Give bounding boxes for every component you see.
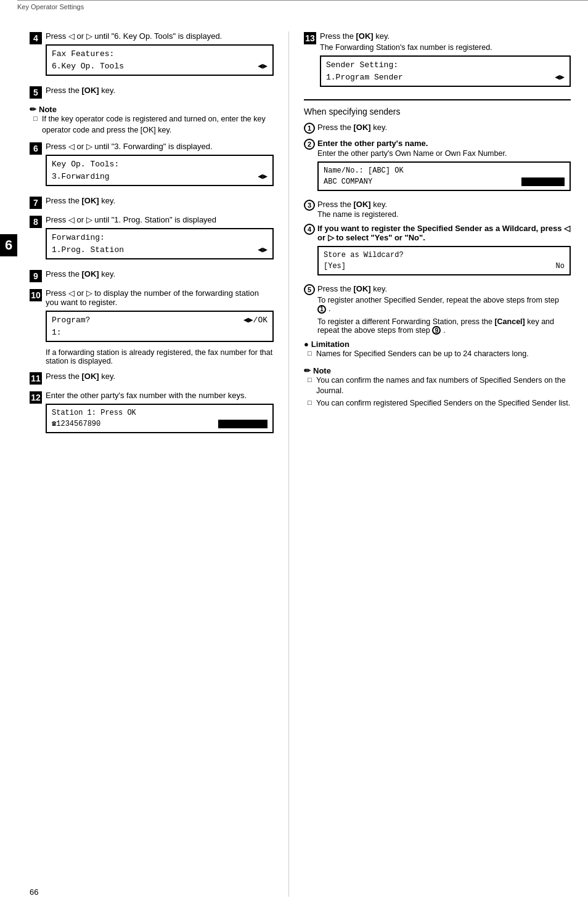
step-12-lcd: Station 1: Press OK ☎1234567890 xyxy=(46,404,274,433)
sub-step-5-content: Press the [OK] key. To register another … xyxy=(317,284,571,335)
step-5-content: Press the [OK] key. xyxy=(46,86,274,95)
step-12: 12 Enter the other party's fax number wi… xyxy=(30,391,274,437)
sub-step-2-content: Enter the other party's name. Enter the … xyxy=(317,139,571,195)
note-5: ✏ Note If the key operator code is regis… xyxy=(30,105,274,136)
note-5-list: If the key operator code is registered a… xyxy=(33,114,274,136)
sub-step-4-content: If you want to register the Specified Se… xyxy=(317,224,571,279)
step-8-lcd-line1: Forwarding: xyxy=(52,232,267,244)
left-column: 4 Press ◁ or ▷ until "6. Key Op. Tools" … xyxy=(30,31,288,897)
note-right-icon: ✏ xyxy=(304,366,311,375)
step-7: 7 Press the [OK] key. xyxy=(30,196,274,209)
sub-step-2-lcd: Name/No.: [ABC] OK ABC COMPANY xyxy=(317,161,571,191)
step-11-num: 11 xyxy=(30,372,42,385)
sub-step-2: 2 Enter the other party's name. Enter th… xyxy=(304,139,571,195)
sub-step-5-desc2: To register a different Forwarding Stati… xyxy=(317,317,571,335)
step-13-lcd: Sender Setting: 1.Program Sender ◀▶ xyxy=(320,55,571,87)
step-13-lcd-line1: Sender Setting: xyxy=(326,59,565,71)
sub-step-4-text: If you want to register the Specified Se… xyxy=(317,224,570,242)
step-6: 6 Press ◁ or ▷ until "3. Forwarding" is … xyxy=(30,142,274,190)
sub-step-2-desc: Enter the other party's Own Name or Own … xyxy=(317,149,571,158)
step-10-content: Press ◁ or ▷ to display the number of th… xyxy=(46,288,274,365)
sub-step-4-lcd: Store as Wildcard? [Yes] No xyxy=(317,246,571,275)
page-number: 66 xyxy=(30,887,38,897)
sub-step-4-lcd-line2: [Yes] No xyxy=(324,261,565,272)
main-content: 4 Press ◁ or ▷ until "6. Key Op. Tools" … xyxy=(17,19,588,909)
sub-step-5: 5 Press the [OK] key. To register anothe… xyxy=(304,284,571,335)
sub-step-1-content: Press the [OK] key. xyxy=(317,123,571,132)
limitation-title: ● Limitation xyxy=(304,340,571,349)
step-8-content: Press ◁ or ▷ until "1. Prog. Station" is… xyxy=(46,215,274,263)
sub-step-1: 1 Press the [OK] key. xyxy=(304,123,571,134)
sub-step-4-lcd-line1: Store as Wildcard? xyxy=(324,250,565,261)
step-10-text: Press ◁ or ▷ to display the number of th… xyxy=(46,288,259,307)
step-4-content: Press ◁ or ▷ until "6. Key Op. Tools" is… xyxy=(46,31,274,79)
limitation-list: Names for Specified Senders can be up to… xyxy=(308,349,571,360)
step-10: 10 Press ◁ or ▷ to display the number of… xyxy=(30,288,274,365)
step-12-content: Enter the other party's fax number with … xyxy=(46,391,274,437)
note-5-item-1: If the key operator code is registered a… xyxy=(33,114,274,136)
step-10-lcd-right: ◀▶/OK xyxy=(243,314,267,327)
sub-step-5-desc1: To register another Specified Sender, re… xyxy=(317,296,571,314)
step-8-lcd-line2: 1.Prog. Station ◀▶ xyxy=(52,244,267,256)
sub-step-4: 4 If you want to register the Specified … xyxy=(304,224,571,279)
chapter-number: 6 xyxy=(0,234,17,256)
step-8-text: Press ◁ or ▷ until "1. Prog. Station" is… xyxy=(46,215,216,224)
step-12-cursor-blocks xyxy=(218,420,267,428)
sub-step-4-num: 4 xyxy=(304,224,315,235)
note-icon: ✏ xyxy=(30,105,36,114)
sub-step-5-num: 5 xyxy=(304,284,315,295)
sub-step-2-lcd-line1: Name/No.: [ABC] OK xyxy=(324,165,565,176)
step-10-num: 10 xyxy=(30,289,42,301)
section-title: When specifying senders xyxy=(304,107,571,116)
step-8: 8 Press ◁ or ▷ until "1. Prog. Station" … xyxy=(30,215,274,263)
step-4-text: Press ◁ or ▷ until "6. Key Op. Tools" is… xyxy=(46,31,222,41)
sub-step-2-text: Enter the other party's name. xyxy=(317,139,428,148)
limitation-icon: ● xyxy=(304,340,309,349)
step-11-text: Press the [OK] key. xyxy=(46,372,115,381)
step-12-num: 12 xyxy=(30,391,42,404)
step-6-lcd-line1: Key Op. Tools: xyxy=(52,158,267,171)
step-6-num: 6 xyxy=(30,142,42,155)
step-6-lcd-line2: 3.Forwarding ◀▶ xyxy=(52,171,267,183)
step-10-lcd-line2: 1: xyxy=(52,327,267,339)
step-13-text: Press the [OK] key. xyxy=(320,31,390,41)
step-11-content: Press the [OK] key. xyxy=(46,372,274,381)
step-7-num: 7 xyxy=(30,197,42,209)
sub-step-3-content: Press the [OK] key. The name is register… xyxy=(317,200,571,219)
right-column: 13 Press the [OK] key. The Forwarding St… xyxy=(289,31,571,897)
limitation-block: ● Limitation Names for Specified Senders… xyxy=(304,340,571,360)
section-divider xyxy=(304,99,571,100)
step-7-text: Press the [OK] key. xyxy=(46,196,115,205)
step-12-text: Enter the other party's fax number with … xyxy=(46,391,247,400)
step-8-lcd: Forwarding: 1.Prog. Station ◀▶ xyxy=(46,228,274,259)
step-5-text: Press the [OK] key. xyxy=(46,86,115,95)
sub-step-3-num: 3 xyxy=(304,200,315,211)
note-right-title: ✏ Note xyxy=(304,366,571,375)
step-4-lcd-line2: 6.Key Op. Tools ◀▶ xyxy=(52,60,267,73)
step-13: 13 Press the [OK] key. The Forwarding St… xyxy=(304,31,571,91)
sub-step-2-num: 2 xyxy=(304,139,315,150)
sub-step-3: 3 Press the [OK] key. The name is regist… xyxy=(304,200,571,219)
step-9: 9 Press the [OK] key. xyxy=(30,269,274,282)
step-12-lcd-line1: Station 1: Press OK xyxy=(52,407,267,418)
note-right-item-1: You can confirm the names and fax number… xyxy=(308,375,571,397)
step-8-lcd-arrow: ◀▶ xyxy=(258,244,267,256)
step-6-content: Press ◁ or ▷ until "3. Forwarding" is di… xyxy=(46,142,274,190)
step-13-num: 13 xyxy=(304,32,316,44)
sub-step-3-desc: The name is registered. xyxy=(317,210,571,219)
step-6-lcd-arrow: ◀▶ xyxy=(258,171,267,183)
step-7-content: Press the [OK] key. xyxy=(46,196,274,205)
step-5-num: 5 xyxy=(30,86,42,99)
chapter-tab: 6 xyxy=(0,0,17,909)
note-right: ✏ Note You can confirm the names and fax… xyxy=(304,366,571,409)
step-13-content: Press the [OK] key. The Forwarding Stati… xyxy=(320,31,571,91)
step-13-desc: The Forwarding Station's fax number is r… xyxy=(320,43,571,52)
step-8-num: 8 xyxy=(30,216,42,228)
step-5: 5 Press the [OK] key. xyxy=(30,86,274,99)
step-11: 11 Press the [OK] key. xyxy=(30,372,274,385)
step-10-note: If a forwarding station is already regis… xyxy=(46,348,274,365)
sub-step-1-num: 1 xyxy=(304,123,315,134)
step-9-num: 9 xyxy=(30,270,42,282)
sub-step-1-text: Press the [OK] key. xyxy=(317,123,387,132)
step-4: 4 Press ◁ or ▷ until "6. Key Op. Tools" … xyxy=(30,31,274,79)
